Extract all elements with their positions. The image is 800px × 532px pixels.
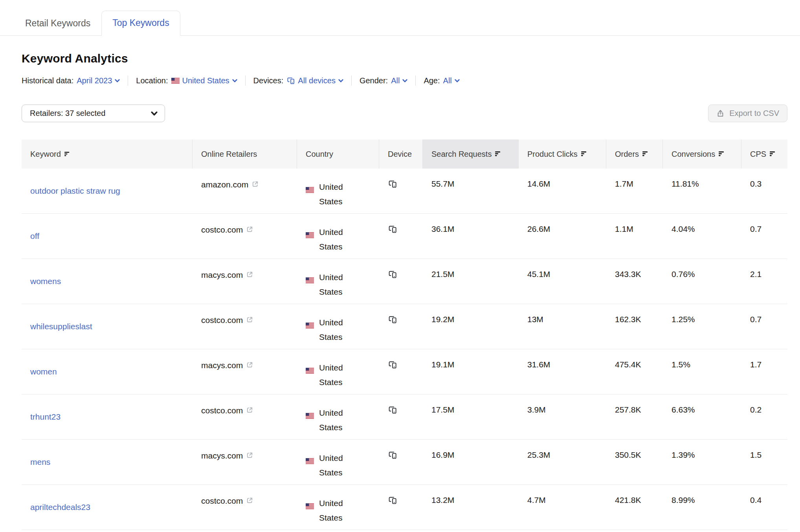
devices-dropdown[interactable]: All devices bbox=[286, 76, 343, 85]
location-dropdown[interactable]: United States bbox=[171, 76, 237, 85]
column-header-country[interactable]: Country bbox=[297, 139, 379, 169]
all-devices-icon bbox=[388, 495, 397, 505]
keyword-link[interactable]: women bbox=[30, 367, 57, 376]
search-requests-value: 19.1M bbox=[423, 349, 519, 394]
historical-data-dropdown[interactable]: April 2023 bbox=[77, 76, 120, 85]
external-link-icon[interactable] bbox=[246, 452, 253, 459]
sort-icon bbox=[64, 152, 70, 157]
gender-dropdown[interactable]: All bbox=[391, 76, 407, 85]
country-cell: United States bbox=[297, 440, 379, 484]
cps-value: 1.7 bbox=[741, 349, 787, 394]
column-header-device[interactable]: Device bbox=[379, 139, 423, 169]
keyword-link[interactable]: trhunt23 bbox=[30, 412, 61, 422]
all-devices-icon bbox=[388, 450, 397, 460]
device-cell bbox=[379, 485, 423, 530]
external-link-icon[interactable] bbox=[246, 271, 253, 278]
table-header: Keyword Online Retailers Country Device … bbox=[22, 139, 787, 169]
column-header-orders[interactable]: Orders bbox=[606, 139, 663, 169]
keyword-cell: outdoor plastic straw rug bbox=[22, 169, 193, 213]
country-cell: United States bbox=[297, 304, 379, 349]
device-cell bbox=[379, 349, 423, 394]
column-header-conversions[interactable]: Conversions bbox=[663, 139, 741, 169]
us-flag-icon bbox=[306, 503, 314, 509]
keyword-cell: off bbox=[22, 214, 193, 259]
column-header-online-retailers[interactable]: Online Retailers bbox=[193, 139, 297, 169]
location-label: Location: bbox=[136, 76, 168, 85]
chevron-down-icon bbox=[115, 79, 120, 83]
search-requests-value: 19.2M bbox=[423, 304, 519, 349]
tab-retail-keywords[interactable]: Retail Keywords bbox=[14, 11, 101, 36]
external-link-icon[interactable] bbox=[246, 361, 253, 368]
all-devices-icon bbox=[388, 405, 397, 415]
us-flag-icon bbox=[306, 323, 314, 328]
device-cell bbox=[379, 169, 423, 213]
retailer-cell: amazon.com bbox=[193, 169, 297, 213]
keyword-link[interactable]: outdoor plastic straw rug bbox=[30, 186, 120, 196]
keyword-link[interactable]: off bbox=[30, 231, 39, 241]
retailers-dropdown[interactable]: Retailers: 37 selected bbox=[22, 105, 165, 122]
retailers-dropdown-label: Retailers: 37 selected bbox=[30, 109, 105, 118]
external-link-icon[interactable] bbox=[246, 226, 253, 233]
product-clicks-value: 13M bbox=[519, 304, 606, 349]
retailer-domain: macys.com bbox=[201, 361, 243, 370]
historical-data-label: Historical data: bbox=[22, 76, 73, 85]
table-row: mens macys.com United States 16.9M 25.3M… bbox=[22, 440, 787, 485]
country-name: United States bbox=[319, 496, 356, 525]
keyword-cell: womens bbox=[22, 259, 193, 304]
filter-devices: Devices: All devices bbox=[253, 76, 343, 85]
column-header-cps[interactable]: CPS bbox=[741, 139, 787, 169]
chevron-down-icon bbox=[232, 79, 237, 83]
chevron-down-icon bbox=[455, 79, 460, 83]
retailer-cell: macys.com bbox=[193, 349, 297, 394]
filter-separator bbox=[245, 75, 246, 86]
cps-value: 0.2 bbox=[741, 394, 787, 439]
tab-bar: Retail Keywords Top Keywords bbox=[0, 0, 800, 36]
tab-top-keywords[interactable]: Top Keywords bbox=[101, 11, 180, 36]
column-header-keyword[interactable]: Keyword bbox=[22, 139, 193, 169]
keyword-link[interactable]: womens bbox=[30, 277, 61, 286]
device-cell bbox=[379, 259, 423, 304]
us-flag-icon bbox=[306, 458, 314, 464]
column-header-search-requests[interactable]: Search Requests bbox=[423, 139, 519, 169]
orders-value: 1.1M bbox=[606, 214, 663, 259]
export-icon bbox=[716, 109, 725, 117]
all-devices-icon bbox=[388, 360, 397, 369]
age-dropdown[interactable]: All bbox=[443, 76, 460, 85]
sort-icon bbox=[581, 151, 587, 157]
all-devices-icon bbox=[388, 179, 397, 189]
retailer-cell: costco.com bbox=[193, 485, 297, 530]
table-row: outdoor plastic straw rug amazon.com Uni… bbox=[22, 169, 787, 214]
table-row: apriltechdeals23 costco.com United State… bbox=[22, 485, 787, 530]
country-cell: United States bbox=[297, 349, 379, 394]
conversions-value: 0.76% bbox=[663, 259, 741, 304]
keyword-link[interactable]: whilesupplieslast bbox=[30, 322, 92, 331]
keyword-link[interactable]: mens bbox=[30, 457, 50, 467]
us-flag-icon bbox=[306, 368, 314, 374]
country-name: United States bbox=[319, 451, 356, 480]
column-header-product-clicks[interactable]: Product Clicks bbox=[519, 139, 606, 169]
search-requests-value: 36.1M bbox=[423, 214, 519, 259]
search-requests-value: 17.5M bbox=[423, 394, 519, 439]
country-name: United States bbox=[319, 270, 356, 299]
retailer-domain: macys.com bbox=[201, 270, 243, 280]
product-clicks-value: 3.9M bbox=[519, 394, 606, 439]
keyword-link[interactable]: apriltechdeals23 bbox=[30, 503, 90, 512]
external-link-icon[interactable] bbox=[246, 407, 253, 413]
device-cell bbox=[379, 394, 423, 439]
product-clicks-value: 26.6M bbox=[519, 214, 606, 259]
external-link-icon[interactable] bbox=[252, 181, 259, 187]
device-cell bbox=[379, 214, 423, 259]
orders-value: 475.4K bbox=[606, 349, 663, 394]
product-clicks-value: 31.6M bbox=[519, 349, 606, 394]
orders-value: 1.7M bbox=[606, 169, 663, 213]
toolbar: Retailers: 37 selected Export to CSV bbox=[22, 105, 787, 122]
external-link-icon[interactable] bbox=[246, 497, 253, 504]
retailer-domain: costco.com bbox=[201, 496, 243, 506]
external-link-icon[interactable] bbox=[246, 316, 253, 323]
keyword-cell: women bbox=[22, 349, 193, 394]
filter-gender: Gender: All bbox=[360, 76, 408, 85]
export-to-csv-button[interactable]: Export to CSV bbox=[708, 105, 787, 122]
page-title: Keyword Analytics bbox=[22, 52, 787, 65]
filter-location: Location: United States bbox=[136, 76, 237, 85]
cps-value: 0.4 bbox=[741, 485, 787, 530]
